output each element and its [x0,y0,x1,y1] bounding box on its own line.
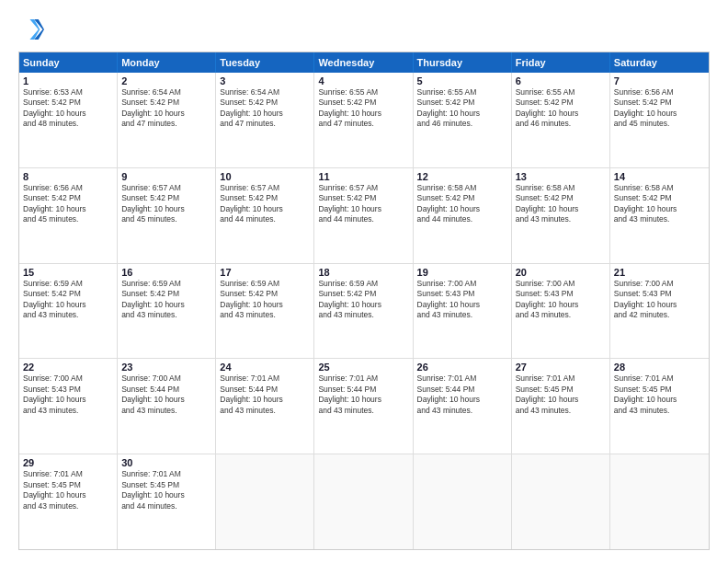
day-number: 8 [23,171,113,182]
day-number: 28 [614,362,705,373]
day-info: Sunrise: 6:57 AM Sunset: 5:42 PM Dayligh… [220,183,310,225]
page: SundayMondayTuesdayWednesdayThursdayFrid… [0,0,728,563]
day-info: Sunrise: 7:01 AM Sunset: 5:45 PM Dayligh… [516,373,606,416]
cal-cell [610,454,709,549]
calendar-row-5: 29Sunrise: 7:01 AM Sunset: 5:45 PM Dayli… [19,454,709,549]
header-day-tuesday: Tuesday [216,52,314,73]
logo-icon [18,17,44,42]
cal-cell: 24Sunrise: 7:01 AM Sunset: 5:44 PM Dayli… [216,359,314,454]
cal-cell: 12Sunrise: 6:58 AM Sunset: 5:42 PM Dayli… [414,168,512,263]
day-info: Sunrise: 6:56 AM Sunset: 5:42 PM Dayligh… [23,183,113,225]
calendar-row-2: 8Sunrise: 6:56 AM Sunset: 5:42 PM Daylig… [19,167,709,263]
cal-cell: 27Sunrise: 7:01 AM Sunset: 5:45 PM Dayli… [512,359,610,454]
calendar: SundayMondayTuesdayWednesdayThursdayFrid… [18,52,710,550]
day-number: 17 [220,267,310,278]
cal-cell: 21Sunrise: 7:00 AM Sunset: 5:43 PM Dayli… [610,264,709,359]
cal-cell: 3Sunrise: 6:54 AM Sunset: 5:42 PM Daylig… [216,73,314,167]
day-number: 9 [121,171,211,182]
day-info: Sunrise: 6:57 AM Sunset: 5:42 PM Dayligh… [121,183,211,225]
day-number: 20 [516,267,606,278]
day-number: 18 [318,267,408,278]
day-info: Sunrise: 6:59 AM Sunset: 5:42 PM Dayligh… [220,279,310,321]
day-number: 27 [516,362,606,373]
day-info: Sunrise: 7:01 AM Sunset: 5:44 PM Dayligh… [318,373,408,416]
header-day-thursday: Thursday [414,52,512,73]
day-info: Sunrise: 6:55 AM Sunset: 5:42 PM Dayligh… [516,87,606,130]
cal-cell: 2Sunrise: 6:54 AM Sunset: 5:42 PM Daylig… [118,73,216,167]
day-number: 24 [220,362,310,373]
cal-cell: 7Sunrise: 6:56 AM Sunset: 5:42 PM Daylig… [610,73,709,167]
day-number: 22 [23,362,113,373]
cal-cell [314,454,413,549]
day-info: Sunrise: 7:01 AM Sunset: 5:45 PM Dayligh… [614,373,705,416]
calendar-row-4: 22Sunrise: 7:00 AM Sunset: 5:43 PM Dayli… [19,358,709,454]
header-day-saturday: Saturday [610,52,709,73]
cal-cell: 18Sunrise: 6:59 AM Sunset: 5:42 PM Dayli… [314,264,413,359]
day-info: Sunrise: 6:59 AM Sunset: 5:42 PM Dayligh… [121,279,211,321]
day-number: 15 [23,267,113,278]
cal-cell: 25Sunrise: 7:01 AM Sunset: 5:44 PM Dayli… [314,359,413,454]
day-number: 19 [417,267,507,278]
day-info: Sunrise: 6:58 AM Sunset: 5:42 PM Dayligh… [417,183,507,225]
cal-cell: 19Sunrise: 7:00 AM Sunset: 5:43 PM Dayli… [414,264,512,359]
header-day-wednesday: Wednesday [314,52,413,73]
day-info: Sunrise: 6:59 AM Sunset: 5:42 PM Dayligh… [23,279,113,321]
day-number: 16 [121,267,211,278]
cal-cell: 15Sunrise: 6:59 AM Sunset: 5:42 PM Dayli… [19,264,118,359]
day-number: 7 [614,75,705,86]
day-number: 14 [614,171,705,182]
day-number: 12 [417,171,507,182]
day-number: 23 [121,362,211,373]
cal-cell: 17Sunrise: 6:59 AM Sunset: 5:42 PM Dayli… [216,264,314,359]
day-info: Sunrise: 6:54 AM Sunset: 5:42 PM Dayligh… [220,87,310,130]
day-info: Sunrise: 7:00 AM Sunset: 5:43 PM Dayligh… [417,279,507,321]
day-info: Sunrise: 7:00 AM Sunset: 5:43 PM Dayligh… [23,373,113,416]
cal-cell [512,454,610,549]
day-number: 13 [516,171,606,182]
logo [18,17,48,42]
cal-cell: 13Sunrise: 6:58 AM Sunset: 5:42 PM Dayli… [512,168,610,263]
day-number: 5 [417,75,507,86]
cal-cell [216,454,314,549]
day-number: 3 [220,75,310,86]
day-info: Sunrise: 7:00 AM Sunset: 5:44 PM Dayligh… [121,373,211,416]
day-number: 1 [23,75,113,86]
header [18,17,710,42]
cal-cell: 11Sunrise: 6:57 AM Sunset: 5:42 PM Dayli… [314,168,413,263]
day-number: 25 [318,362,408,373]
day-info: Sunrise: 6:54 AM Sunset: 5:42 PM Dayligh… [121,87,211,130]
header-day-friday: Friday [512,52,610,73]
header-day-monday: Monday [118,52,216,73]
calendar-header: SundayMondayTuesdayWednesdayThursdayFrid… [19,52,709,73]
calendar-row-1: 1Sunrise: 6:53 AM Sunset: 5:42 PM Daylig… [19,73,709,167]
day-number: 29 [23,457,113,468]
day-info: Sunrise: 7:00 AM Sunset: 5:43 PM Dayligh… [516,279,606,321]
day-info: Sunrise: 6:53 AM Sunset: 5:42 PM Dayligh… [23,87,113,130]
day-number: 6 [516,75,606,86]
day-number: 26 [417,362,507,373]
day-info: Sunrise: 6:59 AM Sunset: 5:42 PM Dayligh… [318,279,408,321]
cal-cell: 4Sunrise: 6:55 AM Sunset: 5:42 PM Daylig… [314,73,413,167]
day-info: Sunrise: 6:55 AM Sunset: 5:42 PM Dayligh… [318,87,408,130]
day-info: Sunrise: 7:01 AM Sunset: 5:45 PM Dayligh… [121,469,211,511]
cal-cell: 14Sunrise: 6:58 AM Sunset: 5:42 PM Dayli… [610,168,709,263]
day-number: 11 [318,171,408,182]
cal-cell: 9Sunrise: 6:57 AM Sunset: 5:42 PM Daylig… [118,168,216,263]
day-info: Sunrise: 6:58 AM Sunset: 5:42 PM Dayligh… [614,183,705,225]
cal-cell: 29Sunrise: 7:01 AM Sunset: 5:45 PM Dayli… [19,454,118,549]
day-number: 10 [220,171,310,182]
cal-cell: 20Sunrise: 7:00 AM Sunset: 5:43 PM Dayli… [512,264,610,359]
calendar-row-3: 15Sunrise: 6:59 AM Sunset: 5:42 PM Dayli… [19,263,709,359]
cal-cell: 10Sunrise: 6:57 AM Sunset: 5:42 PM Dayli… [216,168,314,263]
cal-cell: 1Sunrise: 6:53 AM Sunset: 5:42 PM Daylig… [19,73,118,167]
cal-cell: 6Sunrise: 6:55 AM Sunset: 5:42 PM Daylig… [512,73,610,167]
day-info: Sunrise: 7:01 AM Sunset: 5:44 PM Dayligh… [220,373,310,416]
cal-cell: 16Sunrise: 6:59 AM Sunset: 5:42 PM Dayli… [118,264,216,359]
day-number: 4 [318,75,408,86]
cal-cell: 5Sunrise: 6:55 AM Sunset: 5:42 PM Daylig… [414,73,512,167]
cal-cell [414,454,512,549]
day-info: Sunrise: 6:56 AM Sunset: 5:42 PM Dayligh… [614,87,705,130]
day-info: Sunrise: 7:01 AM Sunset: 5:45 PM Dayligh… [23,469,113,511]
day-number: 30 [121,457,211,468]
header-day-sunday: Sunday [19,52,118,73]
